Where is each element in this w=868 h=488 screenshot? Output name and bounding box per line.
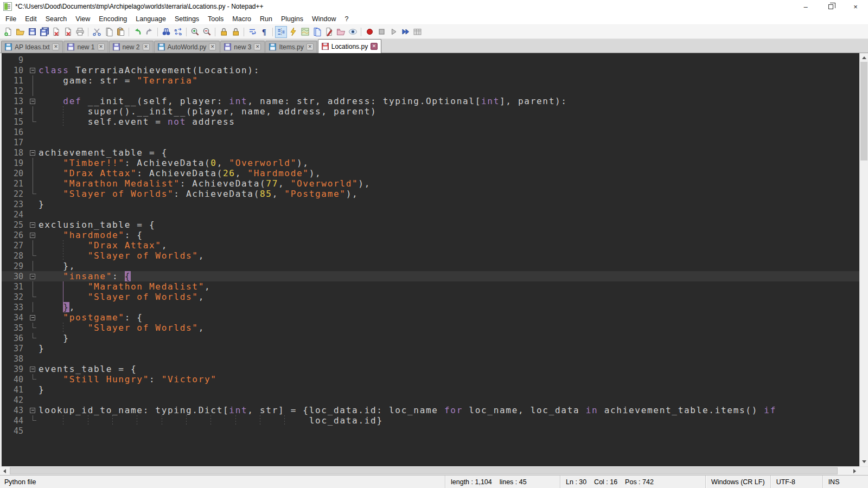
horizontal-scroll-track[interactable] — [9, 467, 851, 475]
code-line[interactable]: 28 "Slayer of Worlds", — [2, 251, 859, 261]
code-line[interactable]: 23} — [2, 199, 859, 209]
menu-item-search[interactable]: Search — [41, 14, 72, 24]
code-line[interactable]: 26 "hardmode": { — [2, 230, 859, 240]
close-button[interactable]: × — [843, 0, 868, 13]
code-line[interactable]: 13 def __init__(self, player: int, name:… — [2, 96, 859, 106]
document-list-icon[interactable] — [311, 26, 323, 38]
macro-record-icon[interactable] — [363, 26, 375, 38]
vertical-scroll-thumb[interactable] — [860, 62, 867, 160]
vertical-scroll-track[interactable] — [860, 62, 868, 458]
show-all-characters-icon[interactable]: ¶ — [258, 26, 270, 38]
code-line[interactable]: 27 "Drax Attax", — [2, 240, 859, 251]
tab-close-icon[interactable]: ✕ — [209, 43, 216, 50]
fold-collapse-icon[interactable] — [30, 99, 35, 104]
fold-toggle[interactable] — [28, 312, 39, 323]
code-line[interactable]: 24 — [2, 209, 859, 220]
fold-collapse-icon[interactable] — [30, 367, 35, 372]
tab-close-icon[interactable]: ✕ — [371, 43, 378, 50]
fold-toggle[interactable] — [28, 147, 39, 158]
code-line[interactable]: 12 — [2, 86, 859, 96]
copy-icon[interactable] — [103, 26, 114, 38]
code-line[interactable]: 33 }, — [2, 302, 859, 312]
tab-close-icon[interactable]: ✕ — [254, 43, 261, 50]
menu-item-encoding[interactable]: Encoding — [94, 14, 131, 24]
horizontal-scroll-thumb[interactable] — [10, 467, 838, 474]
tab-close-icon[interactable]: ✕ — [98, 43, 105, 50]
code-line[interactable]: 18achievement_table = { — [2, 147, 859, 158]
macro-stop-icon[interactable] — [375, 26, 387, 38]
tab-autoworld.py[interactable]: AutoWorld.py✕ — [154, 41, 220, 53]
code-line[interactable]: 44 loc_data.id} — [2, 415, 859, 426]
fold-collapse-icon[interactable] — [30, 233, 35, 238]
code-line[interactable]: 20 "Drax Attax": AchieveData(26, "Hardmo… — [2, 168, 859, 178]
zoom-out-icon[interactable] — [201, 26, 213, 38]
code-line[interactable]: 43lookup_id_to_name: typing.Dict[int, st… — [2, 405, 859, 415]
scroll-right-arrow[interactable] — [851, 467, 859, 475]
menu-item-plugins[interactable]: Plugins — [277, 14, 308, 24]
fold-collapse-icon[interactable] — [30, 315, 35, 320]
code-line[interactable]: 35 "Slayer of Worlds", — [2, 323, 859, 333]
tab-close-icon[interactable]: ✕ — [143, 43, 150, 50]
fold-toggle[interactable] — [28, 96, 39, 106]
cut-icon[interactable] — [91, 26, 103, 38]
code-line[interactable]: 22 "Slayer of Worlds": AchieveData(85, "… — [2, 189, 859, 199]
code-line-current[interactable]: 30 "insane": { — [2, 271, 859, 281]
code-line[interactable]: 31 "Marathon Medalist", — [2, 281, 859, 292]
code-line[interactable]: 39events_table = { — [2, 364, 859, 374]
tab-items.py[interactable]: Items.py✕ — [265, 41, 317, 53]
menu-item-window[interactable]: Window — [308, 14, 340, 24]
show-indent-guide-icon[interactable] — [275, 26, 287, 38]
close-file-icon[interactable] — [50, 26, 62, 38]
code-editor[interactable]: 910class TerrariaAchievement(Location):1… — [0, 53, 859, 466]
menu-item-run[interactable]: Run — [256, 14, 277, 24]
open-file-icon[interactable] — [14, 26, 26, 38]
fold-toggle[interactable] — [28, 230, 39, 240]
code-line[interactable]: 41} — [2, 384, 859, 395]
paste-icon[interactable] — [114, 26, 126, 38]
macro-run-multiple-icon[interactable] — [399, 26, 411, 38]
fold-collapse-icon[interactable] — [30, 408, 35, 413]
code-line[interactable]: 16 — [2, 127, 859, 137]
monitoring-icon[interactable] — [347, 26, 359, 38]
code-line[interactable]: 11 game: str = "Terraria" — [2, 75, 859, 86]
code-line[interactable]: 29 }, — [2, 261, 859, 271]
folder-as-workspace-icon[interactable] — [335, 26, 347, 38]
save-all-icon[interactable] — [38, 26, 50, 38]
minimize-button[interactable]: – — [793, 0, 818, 13]
sync-vertical-icon[interactable] — [218, 26, 229, 38]
code-line[interactable]: 15 self.event = not address — [2, 117, 859, 127]
menu-item-edit[interactable]: Edit — [21, 14, 41, 24]
tab-close-icon[interactable]: ✕ — [307, 43, 314, 50]
scroll-down-arrow[interactable] — [860, 458, 868, 466]
fold-toggle[interactable] — [28, 220, 39, 230]
menu-item-tools[interactable]: Tools — [203, 14, 228, 24]
fold-toggle[interactable] — [28, 65, 39, 75]
code-line[interactable]: 45 — [2, 426, 859, 436]
menu-item-view[interactable]: View — [71, 14, 94, 24]
menu-item-language[interactable]: Language — [131, 14, 170, 24]
macro-save-icon[interactable] — [411, 26, 423, 38]
fold-collapse-icon[interactable] — [30, 68, 35, 73]
fold-collapse-icon[interactable] — [30, 150, 35, 156]
fold-toggle[interactable] — [28, 271, 39, 281]
sync-horizontal-icon[interactable] — [229, 26, 241, 38]
restore-button[interactable] — [818, 0, 843, 13]
fold-toggle[interactable] — [28, 405, 39, 415]
code-line[interactable]: 38 — [2, 354, 859, 364]
fold-collapse-icon[interactable] — [30, 274, 35, 279]
new-file-icon[interactable] — [2, 26, 14, 38]
code-line[interactable]: 42 — [2, 395, 859, 405]
tab-ap-ideas.txt[interactable]: AP Ideas.txt✕ — [1, 41, 63, 53]
undo-icon[interactable] — [131, 26, 143, 38]
tab-close-icon[interactable]: ✕ — [52, 43, 59, 50]
fold-collapse-icon[interactable] — [30, 222, 35, 228]
code-line[interactable]: 25exclusion_table = { — [2, 220, 859, 230]
scroll-left-arrow[interactable] — [0, 467, 9, 475]
redo-icon[interactable] — [143, 26, 155, 38]
save-icon[interactable] — [26, 26, 38, 38]
print-icon[interactable] — [74, 26, 86, 38]
code-line[interactable]: 32 "Slayer of Worlds", — [2, 292, 859, 302]
function-list-icon[interactable] — [323, 26, 335, 38]
tab-locations.py[interactable]: Locations.py✕ — [318, 39, 381, 53]
code-line[interactable]: 19 "Timber!!": AchieveData(0, "Overworld… — [2, 158, 859, 168]
